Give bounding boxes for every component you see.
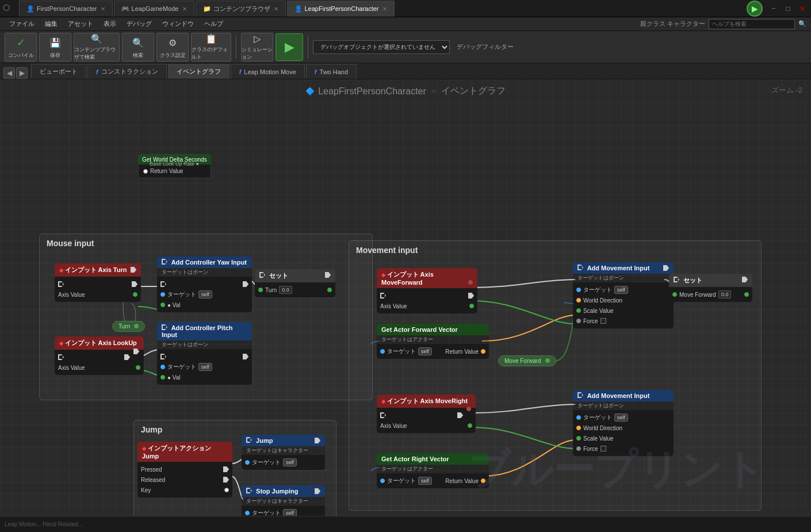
- jump-func-target-pin: [245, 460, 250, 465]
- save-button[interactable]: 💾 保存: [39, 33, 71, 62]
- move-forward-var-node[interactable]: Move Forward: [498, 355, 556, 366]
- menu-view[interactable]: 表示: [99, 18, 121, 29]
- jump-pressed-label: Pressed: [141, 466, 162, 473]
- class-settings-button[interactable]: ⚙ クラス設定: [156, 33, 189, 62]
- play-button[interactable]: ▶: [276, 33, 303, 61]
- help-search-input[interactable]: [709, 19, 795, 29]
- set2-exec-out: [742, 277, 748, 282]
- am1-force-checkbox[interactable]: [600, 318, 606, 324]
- menu-edit[interactable]: 編集: [40, 18, 62, 29]
- get-forward-self: self: [418, 347, 432, 355]
- add-movement-2-node[interactable]: Add Movement Input ターゲットはボーン ターゲット self …: [573, 390, 674, 456]
- tab-event-graph[interactable]: イベントグラフ: [168, 64, 229, 79]
- jump-func-sub: ターゲットはキャラクター: [242, 446, 325, 455]
- turn-variable-node[interactable]: Turn: [112, 321, 145, 332]
- menu-help[interactable]: ヘルプ: [200, 18, 228, 29]
- jump-released-pin: [223, 477, 229, 483]
- jump-key-pin: [224, 488, 229, 492]
- set1-node[interactable]: セット Turn 0.0: [255, 269, 335, 297]
- search-button[interactable]: 🔍 検索: [122, 33, 154, 62]
- tab-two-hand[interactable]: f Two Hand: [306, 64, 357, 79]
- main-canvas[interactable]: 🔷 LeapFirstPersonCharacter ＞ イベントグラフ ズーム…: [0, 79, 811, 532]
- content-browser-search-button[interactable]: 🔍 コンテンツブラウザで検索: [74, 33, 120, 62]
- close-tab-3[interactable]: ✕: [274, 6, 278, 12]
- simulation-button[interactable]: ▷ シミュレーション: [241, 33, 273, 62]
- tab-first-person-character[interactable]: 👤 FirstPersonCharacter ✕: [19, 1, 113, 17]
- lookup-exec-row: [55, 352, 133, 362]
- stop-jumping-node[interactable]: Stop Jumping ターゲットはキャラクター ターゲット self: [242, 485, 325, 520]
- mr-val-pin: [468, 423, 472, 428]
- tab-leap-character[interactable]: 👤 LeapFirstPersonCharacter ✕: [287, 1, 395, 17]
- get-forward-row: ターゲット self Return Value: [377, 346, 489, 357]
- close-tab-4[interactable]: ✕: [382, 6, 387, 12]
- axis-turn-exec-out2: [132, 281, 137, 287]
- lookup-exec-out2: [124, 354, 130, 360]
- add-yaw-header: Add Controller Yaw Input: [157, 257, 252, 268]
- set1-header: セット: [255, 269, 335, 282]
- mf-exec-out: [468, 293, 474, 298]
- tab-leap-motion-move[interactable]: f Leap Motion Move: [231, 64, 305, 79]
- add-pitch-node[interactable]: Add Controller Pitch Input ターゲットはボーン ターゲ…: [157, 322, 252, 385]
- jump-func-self: self: [283, 458, 297, 466]
- am1-scale-pin: [576, 308, 581, 313]
- axis-lookup-node[interactable]: ◆ インプット Axis LookUp Axis Value: [55, 336, 144, 375]
- jump-input-node[interactable]: ◆ インプットアクション Jump Pressed Released Key: [137, 442, 232, 497]
- add-yaw-val-row: ● Val: [157, 300, 252, 310]
- minimize-button[interactable]: －: [768, 3, 779, 14]
- axis-move-right-node[interactable]: ◆ インプット Axis MoveRight Axis Value: [377, 395, 476, 433]
- add-pitch-header: Add Controller Pitch Input: [157, 322, 252, 340]
- play-icon: ▶: [285, 40, 294, 55]
- jump-function-node[interactable]: Jump ターゲットはキャラクター ターゲット self: [242, 435, 325, 470]
- menu-window[interactable]: ウィンドウ: [158, 18, 198, 29]
- tab-viewport[interactable]: ビューポート: [31, 64, 86, 79]
- am1-force-pin: [576, 319, 581, 323]
- tab-leap-game-mode[interactable]: 🎮 LeapGameMode ✕: [114, 1, 194, 17]
- am2-target-pin: [576, 415, 581, 420]
- menu-file[interactable]: ファイル: [5, 18, 39, 29]
- add-yaw-target-label: ターゲット: [167, 290, 196, 298]
- add-yaw-exec-in: [162, 259, 167, 265]
- add-pitch-target-label: ターゲット: [167, 363, 196, 371]
- menu-debug[interactable]: デバッグ: [122, 18, 156, 29]
- move-right-header: ◆ インプット Axis MoveRight: [377, 395, 476, 408]
- close-tab-2[interactable]: ✕: [182, 6, 187, 12]
- jump-func-exec-in: [246, 437, 252, 443]
- add-movement-1-node[interactable]: Add Movement Input ターゲットはボーン ターゲット self …: [573, 262, 674, 328]
- axis-move-forward-node[interactable]: ◆ インプット Axis MoveForward Axis Value: [377, 268, 477, 313]
- set2-mf-row: Move Forward 0.0: [669, 289, 752, 300]
- content-search-icon: 🔍: [89, 33, 105, 45]
- turn-pin: [134, 324, 139, 328]
- close-tab-1[interactable]: ✕: [101, 6, 105, 12]
- axis-value-label: Axis Value: [58, 292, 85, 298]
- axis-turn-value-pin: [133, 292, 137, 297]
- jump-released-row: Released: [137, 474, 232, 485]
- parent-class-bar: 親クラス キャラクター 🔍: [640, 19, 806, 29]
- nav-back-button[interactable]: ◀: [3, 67, 15, 79]
- compile-button[interactable]: ✓ コンパイル: [5, 33, 37, 62]
- add-yaw-node[interactable]: Add Controller Yaw Input ターゲットはボーン ターゲット…: [157, 257, 252, 312]
- set1-exec-in: [259, 272, 265, 278]
- get-actor-right-node[interactable]: Get Actor Right Vector ターゲットはアクター ターゲット …: [377, 453, 489, 488]
- close-button[interactable]: ✕: [797, 3, 808, 14]
- am2-force-checkbox[interactable]: [600, 446, 606, 451]
- stop-target-pin: [245, 511, 250, 515]
- get-right-target-label: ターゲット: [387, 477, 416, 485]
- get-right-header: Get Actor Right Vector: [377, 453, 489, 465]
- move-forward-red-pin: [468, 280, 473, 285]
- toolbar: ✓ コンパイル 💾 保存 🔍 コンテンツブラウザで検索 🔍 検索 ⚙ クラス設定…: [0, 31, 811, 63]
- debug-object-select[interactable]: デバッグオブジェクトが選択されていません: [313, 40, 450, 54]
- add-yaw-val-pin: [160, 303, 165, 307]
- class-defaults-button[interactable]: 📋 クラスのデフォルト: [191, 33, 231, 62]
- maximize-button[interactable]: □: [782, 3, 794, 14]
- add-pitch-exec-row: [157, 351, 252, 362]
- debug-filter-label: デバッグフィルター: [457, 43, 514, 51]
- menu-asset[interactable]: アセット: [63, 18, 98, 29]
- axis-turn-node[interactable]: ◆ インプット Axis Turn Axis Value: [55, 263, 141, 302]
- tab-contents-browser[interactable]: 📁 コンテンツブラウザ ✕: [196, 1, 286, 17]
- am2-world-row: World Direction: [573, 423, 674, 433]
- tab-construction[interactable]: f コンストラクション: [87, 64, 167, 79]
- nav-forward-button[interactable]: ▶: [16, 67, 28, 79]
- get-actor-forward-node[interactable]: Get Actor Forward Vector ターゲットはアクター ターゲッ…: [377, 324, 489, 359]
- am2-exec-in: [577, 392, 583, 398]
- set2-node[interactable]: セット Move Forward 0.0: [669, 274, 752, 302]
